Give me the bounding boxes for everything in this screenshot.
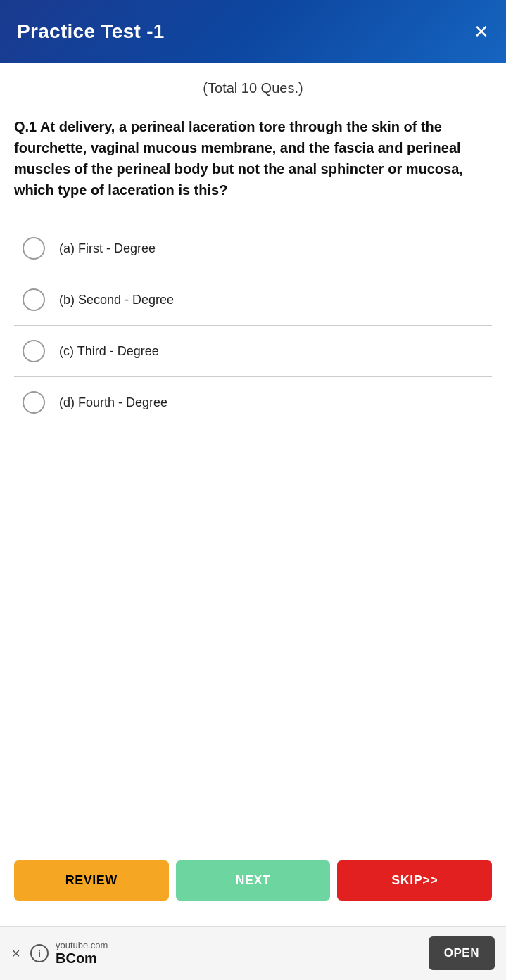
option-a[interactable]: (a) First - Degree bbox=[14, 223, 492, 274]
ad-info-icon: i bbox=[30, 944, 49, 962]
close-icon[interactable]: ✕ bbox=[474, 23, 489, 41]
header-title: Practice Test -1 bbox=[17, 20, 165, 43]
radio-a[interactable] bbox=[23, 237, 45, 260]
option-d-label: (d) Fourth - Degree bbox=[59, 395, 167, 410]
main-content: (Total 10 Ques.) Q.1 At delivery, a peri… bbox=[0, 63, 506, 926]
skip-button[interactable]: SKIP>> bbox=[337, 860, 492, 901]
question-text: Q.1 At delivery, a perineal laceration t… bbox=[14, 116, 492, 201]
ad-name: BCom bbox=[56, 950, 108, 967]
header: Practice Test -1 ✕ bbox=[0, 0, 506, 63]
option-c[interactable]: (c) Third - Degree bbox=[14, 326, 492, 377]
ad-text-block: youtube.com BCom bbox=[56, 940, 108, 967]
ad-banner: ✕ i youtube.com BCom OPEN bbox=[0, 926, 506, 980]
button-row: REVIEW NEXT SKIP>> bbox=[14, 849, 492, 912]
option-b[interactable]: (b) Second - Degree bbox=[14, 274, 492, 326]
next-button[interactable]: NEXT bbox=[176, 860, 331, 901]
radio-d[interactable] bbox=[23, 391, 45, 414]
ad-open-button[interactable]: OPEN bbox=[429, 936, 495, 970]
radio-c[interactable] bbox=[23, 340, 45, 362]
option-a-label: (a) First - Degree bbox=[59, 241, 156, 256]
option-c-label: (c) Third - Degree bbox=[59, 344, 159, 359]
ad-left-wrapper: ✕ i youtube.com BCom bbox=[11, 940, 108, 967]
spacer bbox=[14, 457, 492, 849]
option-d[interactable]: (d) Fourth - Degree bbox=[14, 377, 492, 428]
review-button[interactable]: REVIEW bbox=[14, 860, 169, 901]
radio-b[interactable] bbox=[23, 288, 45, 311]
ad-close-icon[interactable]: ✕ bbox=[11, 947, 20, 960]
option-b-label: (b) Second - Degree bbox=[59, 293, 174, 307]
options-list: (a) First - Degree (b) Second - Degree (… bbox=[14, 223, 492, 428]
ad-source: youtube.com bbox=[56, 940, 108, 950]
total-questions-label: (Total 10 Ques.) bbox=[14, 80, 492, 96]
